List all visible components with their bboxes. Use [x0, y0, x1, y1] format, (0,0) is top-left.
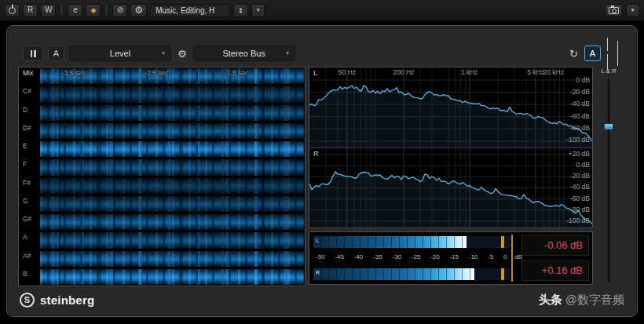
preset-menu-button[interactable]: ▼: [251, 4, 265, 17]
spectrogram-band: [40, 251, 304, 267]
note-label: G#: [19, 213, 39, 231]
chromagram-row: C#: [19, 86, 305, 104]
chromagram-panel: Mix C# D D# E F F# G G# A A# B -3.5 sec …: [18, 67, 306, 286]
header-right-controls: ↻ A: [568, 38, 621, 69]
peak-readout-right: +0.16 dB: [521, 260, 589, 281]
output-menu-button[interactable]: ▼: [626, 4, 639, 17]
freq-label: 50 Hz: [338, 68, 356, 76]
snapshot-a-button[interactable]: A: [584, 46, 601, 61]
meter-channel-label: R: [316, 270, 320, 275]
time-label: -3.5 sec: [62, 69, 86, 77]
ab-toggle-button[interactable]: A: [48, 46, 64, 61]
scale-tick: -30: [392, 253, 401, 263]
scale-tick: -45: [335, 253, 344, 263]
plugin-header: A Level ▾ ⚙ Stereo Bus ▾ ↻ A: [23, 45, 621, 62]
db-scale: +20 dB 0 dB -20 dB -40 dB -60 dB -80 dB …: [566, 150, 590, 224]
snapshot-camera-button[interactable]: [605, 4, 623, 17]
time-label: -1.5 sec: [225, 69, 248, 77]
chromagram-row: F: [19, 158, 305, 177]
fader-track[interactable]: [607, 78, 611, 283]
chromagram-row: D: [19, 104, 305, 122]
db-label: -20 dB: [570, 88, 590, 96]
freq-label: 5 kHz: [527, 68, 544, 76]
note-label: F: [19, 158, 39, 176]
read-automation-button[interactable]: R: [23, 4, 38, 17]
db-label: -100 dB: [566, 136, 590, 144]
freq-label: 20 kHz: [543, 68, 564, 76]
gear-icon: ⚙: [134, 5, 143, 15]
layout-single-button[interactable]: [606, 38, 609, 69]
preset-prev-next-button[interactable]: ▲ ▼: [233, 4, 248, 17]
zero-db-marker: [511, 235, 513, 282]
spectrogram-band: [40, 86, 304, 102]
top-toolbar: R W e ◆ ⊘ ⚙ Music, Editing, H ▲ ▼ ▼ ▼: [0, 0, 644, 20]
chromagram-row: A#: [19, 250, 305, 268]
peak-hold-marker: [501, 236, 504, 248]
spectrogram-band: [40, 159, 304, 175]
channel-label: Mix: [19, 67, 39, 85]
fader-label: L & R: [598, 67, 620, 75]
scale-tick: -50: [316, 253, 325, 263]
db-label: 0 dB: [576, 76, 591, 84]
scale-tick: -25: [412, 253, 421, 263]
note-label: C#: [19, 86, 39, 103]
diamond-icon: ◆: [90, 7, 96, 14]
pause-icon: [31, 50, 36, 57]
chevron-down-icon: ▼: [256, 8, 261, 13]
note-label: E: [19, 140, 39, 158]
plugin-power-button[interactable]: [5, 4, 20, 17]
brand: S steinberg: [20, 293, 94, 308]
fader-column: L & R: [598, 67, 620, 286]
level-meter-panel: L -50 -45 -40 -35 -30 -25 -20 -15 -10 -5…: [309, 231, 593, 285]
db-label: -40 dB: [570, 183, 590, 191]
bypass-button[interactable]: ⊘: [112, 4, 127, 17]
channel-tag: R: [312, 150, 321, 158]
supervision-plugin-window: A Level ▾ ⚙ Stereo Bus ▾ ↻ A: [6, 25, 638, 317]
plugin-content: Mix C# D D# E F F# G G# A A# B -3.5 sec …: [18, 67, 626, 286]
module-select[interactable]: Level ▾: [69, 46, 171, 61]
arrow-down-icon: ▼: [238, 10, 243, 13]
meter-bar-right: R: [313, 268, 510, 280]
module-settings-button[interactable]: ⚙: [176, 48, 188, 60]
preset-name: Music, Editing, H: [156, 6, 214, 15]
chromagram-row: B: [19, 268, 305, 286]
edit-channel-button[interactable]: e: [68, 4, 82, 17]
note-label: A#: [19, 250, 39, 268]
preset-selector[interactable]: Music, Editing, H: [150, 4, 230, 17]
db-label: -60 dB: [570, 195, 590, 202]
chromagram-row: E: [19, 140, 305, 158]
chevron-down-icon: ▾: [162, 50, 165, 56]
layout-single-icon: [607, 38, 608, 70]
meter-channel-label: L: [316, 238, 319, 243]
refresh-icon: ↻: [569, 48, 578, 60]
header-left-controls: A Level ▾ ⚙ Stereo Bus ▾: [23, 46, 295, 61]
fader-handle[interactable]: [604, 123, 614, 130]
note-label: A: [19, 231, 39, 249]
spectrogram-band: [40, 232, 304, 248]
toolbar-separator: [61, 5, 62, 16]
toolbar-separator: [106, 5, 107, 16]
peak-hold-marker: [501, 268, 504, 280]
plugin-settings-button[interactable]: ⚙: [130, 4, 147, 17]
freq-label: 200 Hz: [393, 68, 414, 76]
db-label: -80 dB: [570, 124, 590, 132]
chromagram-row: G#: [19, 213, 305, 231]
spectrum-panel: L 50 Hz 200 Hz 1 kHz 5 kHz 20 kHz 0 dB -…: [309, 67, 593, 228]
steinberg-logo-icon: S: [20, 293, 35, 308]
meter-bar-left: L: [313, 236, 510, 248]
plugin-footer: S steinberg 头条@数字音频: [20, 286, 624, 313]
scale-tick: -40: [354, 253, 364, 263]
reset-button[interactable]: ↻: [568, 48, 580, 60]
pause-button[interactable]: [23, 46, 43, 61]
write-automation-button[interactable]: W: [41, 4, 56, 17]
spectrum-curve-left: [309, 67, 592, 147]
compare-button[interactable]: ◆: [86, 4, 101, 17]
layout-split-button[interactable]: [614, 42, 621, 65]
power-icon: [9, 7, 16, 14]
spectrogram-band: [40, 178, 304, 194]
scale-tick: -35: [373, 253, 382, 263]
bypass-icon: ⊘: [117, 6, 123, 14]
spectrogram-band: [40, 105, 304, 121]
meter-scale: -50 -45 -40 -35 -30 -25 -20 -15 -10 -5 0: [316, 253, 507, 263]
source-select[interactable]: Stereo Bus ▾: [193, 46, 295, 61]
